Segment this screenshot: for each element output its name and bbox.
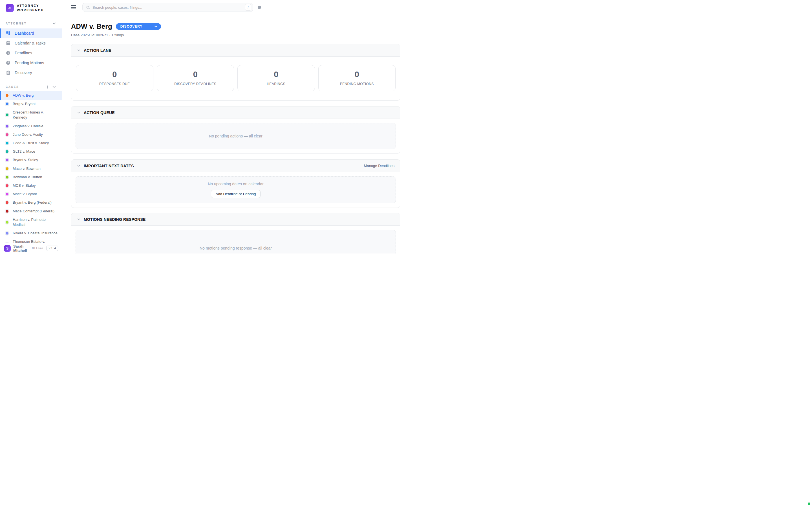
case-list-item[interactable]: Bryant v. Berg (Federal) (0, 198, 62, 207)
section-motions-needing-response: MOTIONS NEEDING RESPONSE No motions pend… (71, 213, 400, 253)
stat-value: 0 (274, 70, 278, 78)
stat-value: 0 (112, 70, 117, 78)
case-name: Thompson Estate v. Lowcountry Trust (13, 239, 54, 243)
engine-label: Ollama (32, 246, 43, 250)
case-list-item[interactable]: Mace v. Bowman (0, 165, 62, 173)
dashboard-content: ADW v. Berg DISCOVERY Case 2025CP1002671… (62, 15, 406, 253)
case-list-item[interactable]: GLT2 v. Mace (0, 147, 62, 156)
section-title: ACTION QUEUE (84, 110, 115, 115)
clipboard-icon (6, 70, 11, 75)
manage-deadlines-link[interactable]: Manage Deadlines (364, 164, 395, 168)
stat-label: DISCOVERY DEADLINES (174, 82, 216, 86)
case-status-dropdown[interactable]: DISCOVERY (116, 23, 161, 30)
section-header: ACTION LANE (71, 44, 400, 57)
action-queue-empty-state: No pending actions — all clear (75, 123, 396, 149)
sidebar-item-dashboard[interactable]: Dashboard (0, 29, 62, 38)
chevron-down-icon[interactable] (77, 218, 80, 221)
sidebar-section-label: ATTORNEY (6, 22, 27, 25)
sidebar-footer: S Sarah Mitchell Ollama v3.4 (0, 243, 62, 253)
section-header: ACTION QUEUE (71, 107, 400, 119)
case-list-item[interactable]: Rivera v. Coastal Insurance (0, 229, 62, 237)
version-badge: v3.4 (46, 245, 58, 251)
clock-icon (6, 50, 11, 55)
page-title: ADW v. Berg (71, 22, 112, 31)
case-name: Zingales v. Carlisle (13, 124, 43, 129)
sidebar-section-cases: CASES (0, 85, 62, 89)
case-color-dot (6, 201, 8, 204)
search-input[interactable] (93, 5, 243, 10)
case-color-dot (6, 142, 8, 145)
chevron-down-icon[interactable] (52, 22, 56, 25)
case-list-item[interactable]: Mace v. Bryant (0, 190, 62, 198)
section-header: MOTIONS NEEDING RESPONSE (71, 213, 400, 226)
add-case-icon[interactable] (45, 85, 49, 89)
brand: ATTORNEY WORKBENCH (0, 0, 62, 15)
chevron-down-icon[interactable] (77, 164, 80, 168)
hamburger-menu-icon[interactable] (71, 5, 76, 9)
stat-card-responses-due: 0 RESPONSES DUE (76, 65, 153, 91)
case-list-item[interactable]: Berg v. Bryant (0, 100, 62, 108)
section-title: MOTIONS NEEDING RESPONSE (84, 217, 146, 222)
case-name: Mace v. Bowman (13, 166, 41, 171)
help-circle-icon (6, 60, 11, 65)
case-name: Rivera v. Coastal Insurance (13, 231, 57, 236)
case-list-item[interactable]: MCS v. Staley (0, 181, 62, 190)
case-color-dot (6, 232, 8, 235)
case-list-item[interactable]: Harrison v. Palmetto Medical (0, 216, 62, 229)
case-name: ADW v. Berg (13, 93, 34, 98)
chevron-down-icon[interactable] (52, 85, 56, 89)
case-name: Bowman v. Britton (13, 175, 42, 180)
case-color-dot (6, 94, 8, 97)
empty-state-text: No pending actions — all clear (209, 134, 262, 138)
sidebar-section-attorney: ATTORNEY (0, 22, 62, 25)
case-name: Bryant v. Berg (Federal) (13, 200, 52, 205)
case-list-item[interactable]: Bowman v. Britton (0, 173, 62, 181)
avatar: S (4, 245, 11, 252)
case-list-item[interactable]: Thompson Estate v. Lowcountry Trust (0, 237, 62, 243)
sidebar-item-discovery[interactable]: Discovery (0, 68, 62, 78)
case-name: Berg v. Bryant (13, 101, 36, 107)
case-list-item[interactable]: Code & Trust v. Staley (0, 139, 62, 147)
add-deadline-button[interactable]: Add Deadline or Hearing (211, 190, 260, 198)
search-bar: / (82, 3, 253, 12)
stat-card-pending-motions: 0 PENDING MOTIONS (318, 65, 396, 91)
section-action-queue: ACTION QUEUE No pending actions — all cl… (71, 106, 400, 154)
empty-state-text: No motions pending response — all clear (200, 246, 272, 250)
case-name: Bryant v. Staley (13, 158, 38, 163)
case-color-dot (6, 103, 8, 105)
sidebar-item-label: Deadlines (15, 51, 32, 55)
stat-label: RESPONSES DUE (99, 82, 130, 86)
case-name: GLT2 v. Mace (13, 149, 35, 154)
user-name: Sarah Mitchell (13, 244, 27, 252)
chevron-down-icon[interactable] (77, 111, 80, 114)
chevron-down-icon[interactable] (77, 49, 80, 52)
case-list-item[interactable]: Jane Doe v. Acuity (0, 130, 62, 139)
case-name: Harrison v. Palmetto Medical (13, 217, 54, 227)
motions-empty-state: No motions pending response — all clear (75, 230, 396, 253)
case-list-item[interactable]: Mace Contempt (Federal) (0, 207, 62, 216)
case-name: MCS v. Staley (13, 183, 36, 188)
sidebar-item-pending-motions[interactable]: Pending Motions (0, 58, 62, 68)
case-name: Crescent Homes v. Kennedy (13, 110, 54, 120)
cases-section-label: CASES (6, 86, 19, 89)
app-logo-icon (6, 4, 14, 12)
case-list-item[interactable]: ADW v. Berg (0, 91, 62, 100)
case-color-dot (6, 184, 8, 187)
sidebar-item-label: Pending Motions (15, 61, 44, 65)
attorney-workbench-app: ATTORNEY WORKBENCH ATTORNEY Dashboard (0, 0, 406, 253)
sidebar-item-deadlines[interactable]: Deadlines (0, 48, 62, 58)
sidebar-item-label: Calendar & Tasks (15, 41, 45, 45)
sidebar-item-calendar-tasks[interactable]: Calendar & Tasks (0, 38, 62, 48)
section-action-lane: ACTION LANE 0 RESPONSES DUE 0 DISCOVERY … (71, 44, 400, 101)
empty-state-text: No upcoming dates on calendar (208, 182, 264, 186)
case-color-dot (6, 210, 8, 213)
next-dates-empty-state: No upcoming dates on calendar Add Deadli… (75, 176, 396, 203)
case-name: Jane Doe v. Acuity (13, 132, 43, 137)
case-color-dot (6, 150, 8, 153)
sidebar: ATTORNEY WORKBENCH ATTORNEY Dashboard (0, 0, 62, 253)
case-color-dot (6, 133, 8, 136)
case-list-item[interactable]: Bryant v. Staley (0, 156, 62, 164)
case-list-item[interactable]: Zingales v. Carlisle (0, 122, 62, 130)
case-color-dot (6, 167, 8, 170)
case-list-item[interactable]: Crescent Homes v. Kennedy (0, 108, 62, 122)
